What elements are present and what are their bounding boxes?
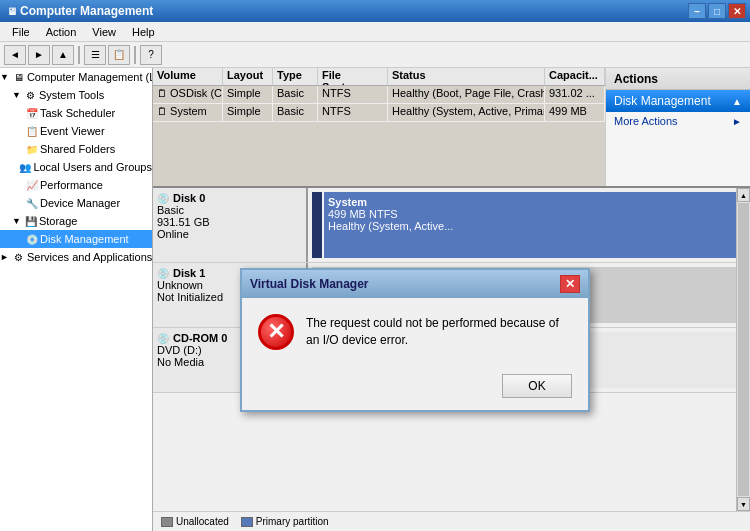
toolbar-show-hide[interactable]: ☰ [84,45,106,65]
menu-bar: File Action View Help [0,22,750,42]
dialog-title: Virtual Disk Manager [250,277,369,291]
dialog-overlay: Virtual Disk Manager ✕ ✕ The request cou… [0,68,750,531]
close-button[interactable]: ✕ [728,3,746,19]
dialog-message: The request could not be performed becau… [306,315,572,349]
toolbar-back[interactable]: ◄ [4,45,26,65]
app-title: Computer Management [20,4,153,18]
title-bar: 🖥 Computer Management – □ ✕ [0,0,750,22]
dialog-footer: OK [242,366,588,410]
menu-file[interactable]: File [4,24,38,40]
toolbar-help[interactable]: ? [140,45,162,65]
toolbar-separator-2 [134,46,136,64]
dialog-close-button[interactable]: ✕ [560,275,580,293]
toolbar-up[interactable]: ▲ [52,45,74,65]
dialog-title-bar: Virtual Disk Manager ✕ [242,270,588,298]
toolbar-forward[interactable]: ► [28,45,50,65]
menu-help[interactable]: Help [124,24,163,40]
maximize-button[interactable]: □ [708,3,726,19]
toolbar-separator-1 [78,46,80,64]
menu-view[interactable]: View [84,24,124,40]
menu-action[interactable]: Action [38,24,85,40]
error-icon: ✕ [258,314,294,350]
toolbar: ◄ ► ▲ ☰ 📋 ? [0,42,750,68]
main-layout: ▼ 🖥 Computer Management (Local ▼ ⚙ Syste… [0,68,750,531]
virtual-disk-dialog: Virtual Disk Manager ✕ ✕ The request cou… [240,268,590,412]
dialog-body: ✕ The request could not be performed bec… [242,298,588,366]
toolbar-properties[interactable]: 📋 [108,45,130,65]
window-controls[interactable]: – □ ✕ [688,3,746,19]
app-icon: 🖥 [4,3,20,19]
dialog-ok-button[interactable]: OK [502,374,572,398]
minimize-button[interactable]: – [688,3,706,19]
